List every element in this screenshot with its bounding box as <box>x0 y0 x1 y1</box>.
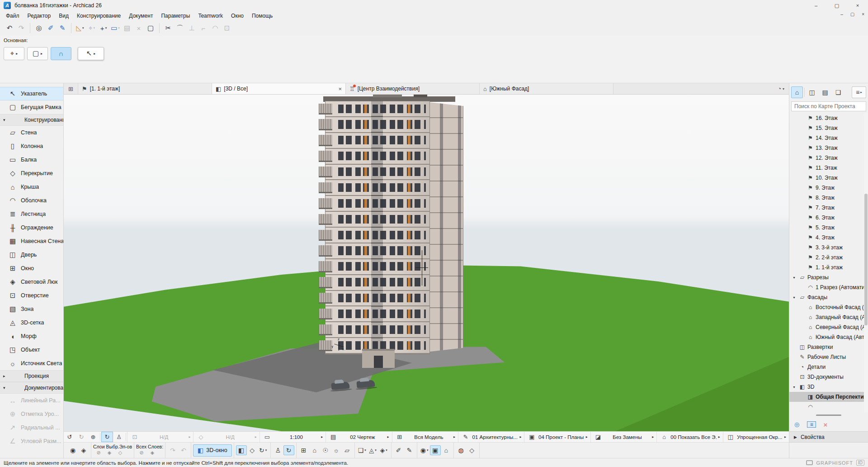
toolbox-item[interactable]: ▾ Конструирование <box>0 114 63 126</box>
toolbar-button[interactable]: ⌒ <box>174 22 186 34</box>
view-tab[interactable]: ♖ [Центр Взаимодействия] <box>346 83 480 94</box>
tree-item[interactable]: ▾ ▱ Фасады <box>789 292 868 302</box>
unlock-layer-icon[interactable]: ◇ <box>115 449 126 457</box>
toolbox-item[interactable]: ◬ 3D-сетка <box>0 316 63 329</box>
quick-option[interactable]: ♙ <box>113 432 125 442</box>
eyedropper-paint-icon[interactable]: ✎ <box>404 445 415 455</box>
hide-all-layers-icon[interactable]: ⊘ <box>136 449 147 457</box>
toolbox-item[interactable]: ∠ Угловой Разм... <box>0 434 63 448</box>
basic-tool-button[interactable]: ∩ <box>51 47 71 60</box>
quick-option[interactable]: ⊡ Н/Д ▸ <box>127 432 193 442</box>
toolbox-item[interactable]: ▸ Проекция <box>0 370 63 382</box>
toolbox-item[interactable]: ▱ Стена <box>0 126 63 139</box>
quick-option[interactable]: ▣ 04 Проект - Планы ▸ <box>524 432 590 442</box>
navigator-header-button[interactable]: ❏ <box>832 86 844 98</box>
toolbox-item[interactable]: ↗ Радиальный ... <box>0 421 63 434</box>
paint-elements-icon[interactable]: ◈▾ <box>378 445 389 455</box>
toolbox-item[interactable]: ☼ Источник Света <box>0 357 63 370</box>
menu-item[interactable]: Файл <box>2 12 24 20</box>
tree-item[interactable]: ✎ Рабочие Листы <box>789 352 868 362</box>
tree-item[interactable]: ⚑ 10. Этаж <box>789 173 868 183</box>
basic-tool-button[interactable]: ⌖ ▸ <box>4 47 24 60</box>
tree-item[interactable]: ⌂ Западный Фасад (А <box>789 312 868 322</box>
axonometry-view-icon[interactable]: ◇ <box>247 445 258 455</box>
tree-item[interactable]: ⚑ 13. Этаж <box>789 143 868 153</box>
toolbar-button[interactable]: ✎ <box>57 22 68 34</box>
navigator-header-button[interactable] <box>804 88 805 97</box>
tree-item[interactable]: ⚑ 1. 1-й этаж <box>789 262 868 272</box>
basic-tool-button[interactable]: ▢ ▸ <box>27 47 48 60</box>
maximize-button[interactable]: ▢ <box>826 0 847 11</box>
mdi-minimize-button[interactable]: – <box>840 12 843 17</box>
toolbar-button[interactable] <box>30 23 30 33</box>
lock-layer-icon[interactable]: ◈ <box>104 449 115 457</box>
toolbar-button[interactable]: ↶ <box>4 22 15 34</box>
toolbar-button[interactable] <box>71 23 71 33</box>
selection-lock-icon[interactable]: ◈ <box>78 445 89 455</box>
close-button[interactable]: × <box>847 0 868 11</box>
tree-item[interactable]: ⚑ 9. Этаж <box>789 183 868 193</box>
toolbox-item[interactable]: ▦ Навесная Стена <box>0 234 63 248</box>
quick-option[interactable]: ▤ 02 Чертеж ▸ <box>326 432 392 442</box>
toolbar-button[interactable]: ◠ <box>209 22 221 34</box>
marquee-undo-icon[interactable]: ↶ <box>178 445 189 455</box>
toolbar-button[interactable]: ▢ <box>145 22 156 34</box>
quick-option[interactable]: ◇ Н/Д ▸ <box>193 432 259 442</box>
toolbar-button[interactable]: ✐ <box>45 22 57 34</box>
tree-item[interactable]: ⚑ 16. Этаж <box>789 113 868 123</box>
sun-position-icon[interactable]: ☼ <box>331 445 342 455</box>
cutting-planes-icon[interactable]: ⊞ <box>298 445 309 455</box>
menu-item[interactable]: Помощь <box>248 12 277 20</box>
toolbox-item[interactable]: ⌂ Крыша <box>0 180 63 194</box>
toolbar-button[interactable]: ⌖ ▾ <box>86 22 98 34</box>
toolbox-item[interactable]: ▧ Зона <box>0 302 63 316</box>
view-tab[interactable]: ⌂ [Южный Фасад] <box>480 83 613 94</box>
toolbox-item[interactable]: ◖ Морф <box>0 329 63 343</box>
tree-item[interactable]: ⊡ 3D-документы <box>789 372 868 382</box>
toolbox-item[interactable]: ⊡ Отверстие <box>0 289 63 302</box>
tree-scrollbar[interactable] <box>864 113 868 412</box>
quick-option[interactable]: ⌂ 00 Показать Все Э... ▸ <box>656 432 722 442</box>
tree-item[interactable]: ⚑ 6. Этаж <box>789 213 868 223</box>
menu-item[interactable]: Параметры <box>157 12 194 20</box>
orbit-mode-icon[interactable]: ↻ <box>283 445 294 455</box>
transfer-settings-icon[interactable]: ❏▾ <box>357 445 368 455</box>
view-tab[interactable]: ⚑ [1. 1-й этаж] <box>78 83 212 94</box>
tree-item[interactable]: ◔ Детали <box>789 362 868 372</box>
toolbox-item[interactable]: ▾ Документирование <box>0 382 63 394</box>
tree-item[interactable]: ⚑ 11. Этаж <box>789 163 868 173</box>
new-object-icon[interactable]: ◇ <box>467 445 477 455</box>
delete-viewpoint-button[interactable]: × <box>823 421 827 429</box>
sun-study-icon[interactable]: ⌂ <box>441 445 452 455</box>
toolbar-button[interactable]: + ▾ <box>98 22 109 34</box>
tree-item[interactable]: ◠ <box>789 402 868 412</box>
tree-item[interactable]: ⚑ 8. Этаж <box>789 193 868 203</box>
quick-option[interactable]: ↻ <box>101 432 113 442</box>
marquee-redo-icon[interactable]: ↷ <box>167 445 178 455</box>
mdi-restore-button[interactable]: ▢ <box>850 12 854 17</box>
navigator-header-button[interactable]: ▤ <box>819 86 831 98</box>
tree-item[interactable]: ⌂ Южный Фасад (Авт <box>789 332 868 342</box>
quick-option[interactable]: ◪ Без Замены ▸ <box>590 432 656 442</box>
tree-item[interactable]: ⚑ 2. 2-й этаж <box>789 253 868 262</box>
tree-item[interactable]: ⚑ 14. Этаж <box>789 133 868 143</box>
toolbar-button[interactable]: ◎ <box>33 22 45 34</box>
lock-all-layers-icon[interactable]: ◈ <box>147 449 158 457</box>
tab-overview-button[interactable]: ⊞ <box>64 83 78 94</box>
camera-settings-icon[interactable]: ▣ <box>430 445 441 455</box>
toolbar-button[interactable]: × <box>133 22 145 34</box>
tree-item[interactable]: ⚑ 3. 3-й этаж <box>789 243 868 253</box>
toolbar-button[interactable]: ✂ <box>162 22 174 34</box>
tree-item[interactable]: ⚑ 4. Этаж <box>789 233 868 243</box>
flythrough-icon[interactable]: ◍ <box>456 445 467 455</box>
tree-item[interactable]: ⚑ 7. Этаж <box>789 203 868 213</box>
toolbar-button[interactable]: ⌐ <box>198 22 209 34</box>
selection-visibility-icon[interactable]: ◉ <box>67 445 78 455</box>
menu-item[interactable]: Конструирование <box>73 12 125 20</box>
viewport-3d[interactable]: z y x <box>64 95 789 431</box>
close-tab-icon[interactable]: × <box>338 86 342 92</box>
add-viewpoint-button[interactable]: ⊕ <box>794 420 800 429</box>
toolbar-button[interactable] <box>159 23 160 33</box>
menu-item[interactable]: Вид <box>55 12 73 20</box>
quick-option[interactable]: ⊕ <box>87 432 99 442</box>
